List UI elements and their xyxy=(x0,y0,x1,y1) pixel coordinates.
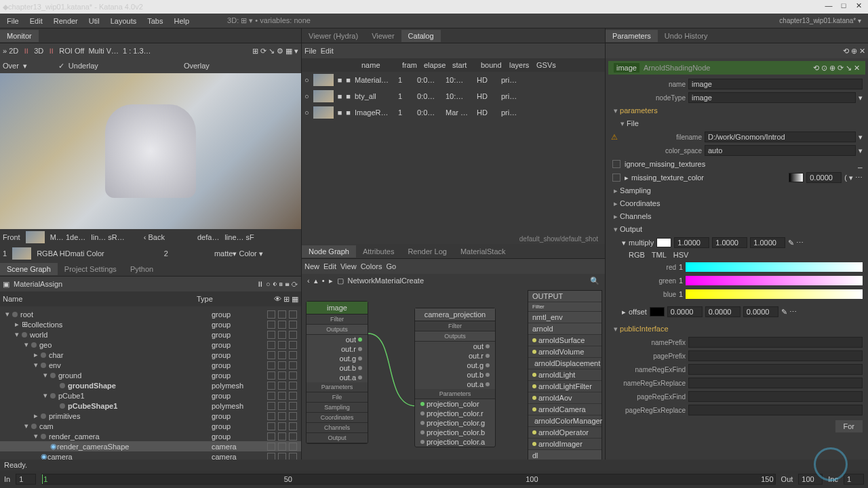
monitor-zoom[interactable]: 1 : 1.3… xyxy=(123,47,151,55)
nodegraph-breadcrumb[interactable]: ‹▴•▸▢ NetworkMaterialCreate 🔍 xyxy=(302,274,605,287)
tree-row[interactable]: groundShapepolymesh xyxy=(0,380,301,390)
param-colorspace-input[interactable] xyxy=(705,145,856,156)
tab-attributes[interactable]: Attributes xyxy=(356,245,401,258)
menu-file[interactable]: File xyxy=(3,16,23,26)
rgb-tab-tml[interactable]: TML xyxy=(652,251,667,259)
output-port[interactable]: arnoldImager xyxy=(528,439,601,450)
maximize-button[interactable]: □ xyxy=(837,1,850,12)
strip-back[interactable]: ‹ Back xyxy=(144,233,165,241)
menubar-file-indicator[interactable]: chapter13_wip01.katana* ▾ xyxy=(775,16,865,26)
output-port[interactable]: arnoldDisplacement xyxy=(528,358,601,369)
node-image[interactable]: image Filter Outputs out out.r out.g out… xyxy=(306,301,368,444)
timeline-track[interactable]: 1 50 100 150 xyxy=(41,474,775,485)
tab-undo-history[interactable]: Undo History xyxy=(658,30,715,42)
menu-edit[interactable]: Edit xyxy=(26,16,47,26)
tab-viewer[interactable]: Viewer xyxy=(365,30,401,42)
scenegraph-tools[interactable]: ⏸ ○ ◐ ⊞ ▦ ⟳ xyxy=(256,280,298,288)
tree-row[interactable]: ▾rootgroup xyxy=(0,309,301,319)
tab-scenegraph[interactable]: Scene Graph xyxy=(0,263,58,275)
minimize-button[interactable]: — xyxy=(822,1,835,12)
monitor-mode[interactable]: Over xyxy=(3,62,19,70)
output-port[interactable]: arnoldLight xyxy=(528,369,601,381)
tree-row[interactable]: ▾geogroup xyxy=(0,340,301,350)
monitor-multi[interactable]: Multi V… xyxy=(88,47,119,55)
ng-go[interactable]: Go xyxy=(386,262,396,270)
ng-new[interactable]: New xyxy=(304,262,319,270)
rgb-tab-rgb[interactable]: RGB xyxy=(629,251,645,259)
timeline[interactable]: In 1 50 100 150 Out Inc xyxy=(0,470,868,488)
monitor-3d[interactable]: 3D xyxy=(34,47,43,55)
menu-help[interactable]: Help xyxy=(170,16,193,26)
parameters-body[interactable]: image ArnoldShadingNode ⟲ ⊙ ⊕ ⟳ ↘ ✕ name… xyxy=(606,58,868,460)
ng-colors[interactable]: Colors xyxy=(361,262,382,270)
section-sampling[interactable]: Sampling xyxy=(608,184,865,197)
tree-row[interactable]: ▾envgroup xyxy=(0,360,301,370)
tree-row[interactable]: ◉cameracamera xyxy=(0,451,301,460)
param-name-input[interactable] xyxy=(688,79,863,89)
monitor-2d[interactable]: » 2D xyxy=(3,47,18,55)
output-port[interactable]: arnoldVolume xyxy=(528,346,601,358)
tree-row[interactable]: ▸⊞collectionsgroup xyxy=(0,319,301,329)
section-parameters[interactable]: parameters xyxy=(608,104,865,117)
tab-catalog[interactable]: Catalog xyxy=(401,30,441,42)
force-button[interactable]: For xyxy=(835,420,863,432)
close-button[interactable]: ✕ xyxy=(852,1,865,12)
strip-thumb-2[interactable] xyxy=(12,247,31,260)
monitor-tools-right[interactable]: ⊞ ⟳ ↘ ⚙ ▦ ▾ xyxy=(252,47,298,56)
rgb-tab-hsv[interactable]: HSV xyxy=(673,251,689,259)
output-port[interactable]: arnoldCamera xyxy=(528,404,601,415)
monitor-overlay[interactable]: Overlay xyxy=(184,62,210,70)
ng-edit[interactable]: Edit xyxy=(323,262,336,270)
catalog-body[interactable]: ○■■Material…10:0…10:…HDpri…○■■bty_all10:… xyxy=(302,72,605,244)
catalog-row[interactable]: ○■■Material…10:0…10:…HDpri… xyxy=(302,72,605,88)
section-publicinterface[interactable]: publicInterface xyxy=(608,323,865,336)
search-icon[interactable]: 🔍 xyxy=(590,277,599,285)
menu-util[interactable]: Util xyxy=(85,16,104,26)
checkbox-ignore-missing[interactable] xyxy=(612,160,620,168)
tree-row[interactable]: ▾pCube1group xyxy=(0,390,301,401)
slider-red[interactable] xyxy=(686,262,863,272)
tab-parameters[interactable]: Parameters xyxy=(606,30,658,42)
tree-row[interactable]: ▾worldgroup xyxy=(0,329,301,340)
output-port[interactable]: arnoldSurface xyxy=(528,335,601,346)
tab-project-settings[interactable]: Project Settings xyxy=(58,263,123,275)
slider-green[interactable] xyxy=(686,276,863,285)
scenegraph-tree[interactable]: ▾rootgroup▸⊞collectionsgroup▾worldgroup▾… xyxy=(0,306,301,460)
tree-row[interactable]: pCubeShape1polymesh xyxy=(0,401,301,411)
section-coordinates[interactable]: Coordinates xyxy=(608,197,865,210)
param-mtc-value[interactable] xyxy=(806,172,842,183)
section-output[interactable]: Output xyxy=(608,223,865,236)
col-name[interactable]: Name xyxy=(3,295,193,303)
monitor-underlay[interactable]: Underlay xyxy=(68,62,98,70)
menu-layouts[interactable]: Layouts xyxy=(106,16,141,26)
checkbox-missing-color[interactable] xyxy=(612,174,620,182)
catalog-edit[interactable]: Edit xyxy=(321,47,334,55)
param-nodetype-input[interactable] xyxy=(688,92,856,103)
col-type[interactable]: Type xyxy=(197,295,213,303)
output-port[interactable]: arnoldColorManager xyxy=(528,415,601,427)
output-port[interactable]: arnoldAov xyxy=(528,392,601,404)
tab-viewer-hydra[interactable]: Viewer (Hydra) xyxy=(302,30,365,42)
section-file[interactable]: File xyxy=(608,117,865,130)
tree-row[interactable]: ▸chargroup xyxy=(0,350,301,360)
param-filename-input[interactable] xyxy=(705,131,856,142)
nodegraph-output-panel[interactable]: OUTPUT Filter nmtl_env arnold arnoldSurf… xyxy=(528,290,602,460)
tree-row[interactable]: ◉render_cameraShapecamera xyxy=(0,441,301,451)
tab-monitor[interactable]: Monitor xyxy=(0,30,39,42)
catalog-row[interactable]: ○■■ImageR…10:0…Mar …HDpri… xyxy=(302,104,605,121)
scenegraph-current[interactable]: MaterialAssign xyxy=(14,280,62,288)
ng-view[interactable]: View xyxy=(340,262,357,270)
tree-row[interactable]: ▾groundgroup xyxy=(0,370,301,380)
param-node-header[interactable]: image ArnoldShadingNode ⟲ ⊙ ⊕ ⟳ ↘ ✕ xyxy=(608,61,865,75)
section-channels[interactable]: Channels xyxy=(608,210,865,223)
nodegraph-canvas[interactable]: image Filter Outputs out out.r out.g out… xyxy=(302,287,605,460)
catalog-file[interactable]: File xyxy=(304,47,317,55)
output-port[interactable]: arnoldOperator xyxy=(528,427,601,439)
menu-render[interactable]: Render xyxy=(50,16,82,26)
tab-python[interactable]: Python xyxy=(123,263,160,275)
tree-row[interactable]: ▸primitivesgroup xyxy=(0,411,301,421)
output-port[interactable]: arnoldLightFilter xyxy=(528,381,601,392)
strip-thumb-1[interactable] xyxy=(26,231,45,243)
tab-renderlog[interactable]: Render Log xyxy=(401,245,454,258)
monitor-viewport[interactable] xyxy=(0,73,301,229)
